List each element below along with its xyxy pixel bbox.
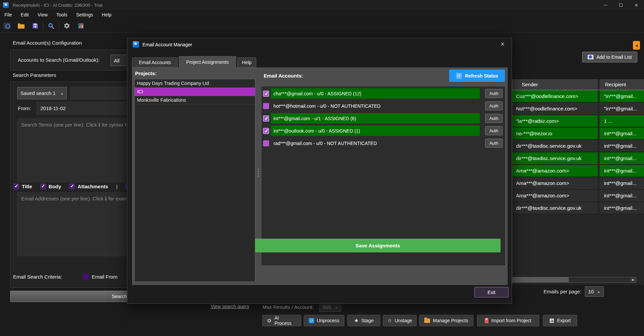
auth-button[interactable]: Auth bbox=[485, 114, 503, 123]
menu-file[interactable]: File bbox=[0, 11, 16, 19]
toolbar-app-button[interactable] bbox=[0, 20, 14, 31]
table-row[interactable]: dir***@taxdisc.service.gov.ukint***@gmai… bbox=[512, 152, 644, 165]
menu-help[interactable]: Help bbox=[97, 11, 116, 19]
from-date-input[interactable]: 2018-11-02 bbox=[37, 102, 137, 114]
column-header-recipient[interactable]: Recipient bbox=[600, 79, 644, 90]
account-checkbox-checked[interactable] bbox=[263, 115, 269, 122]
emails-per-page-label: Emails per page: bbox=[544, 289, 582, 294]
export-button[interactable]: Export bbox=[543, 315, 577, 326]
toolbar-settings-button[interactable] bbox=[60, 20, 74, 31]
cell-recipient: int***@gmail... bbox=[600, 152, 644, 164]
unprocess-button[interactable]: Unprocess bbox=[304, 315, 344, 326]
project-item[interactable]: Happy Days Trading Company Ltd bbox=[135, 79, 255, 88]
import-from-project-button[interactable]: Import from Project bbox=[477, 315, 539, 326]
menu-edit[interactable]: Edit bbox=[16, 11, 33, 19]
maximize-button[interactable] bbox=[613, 0, 629, 10]
table-horizontal-scrollbar[interactable]: ▶ bbox=[512, 277, 636, 283]
exit-button[interactable]: Exit bbox=[474, 287, 509, 297]
table-row[interactable]: Cus***@oodlefinance.com>"in***@gmail... bbox=[512, 90, 644, 103]
max-results-value: 500 bbox=[323, 304, 331, 310]
maximize-icon bbox=[619, 3, 622, 7]
open-folder-icon bbox=[17, 22, 25, 29]
table-row[interactable]: dir***@taxdisc.service.gov.ukint***@gmai… bbox=[512, 140, 644, 152]
auth-button[interactable]: Auth bbox=[485, 126, 503, 135]
refresh-status-button[interactable]: Refresh Status bbox=[449, 69, 505, 82]
title-checkbox[interactable] bbox=[13, 184, 19, 189]
email-accounts-label: Email Accounts: bbox=[264, 73, 303, 79]
app-logo-icon bbox=[3, 2, 9, 8]
account-row: int***@outlook.com - u/0 - ASSIGNED (1) … bbox=[261, 125, 505, 137]
add-to-email-list-button[interactable]: Add to Email List bbox=[582, 52, 637, 62]
emails-per-page-control: Emails per page: 10 bbox=[544, 286, 604, 297]
cell-recipient: "in***@gmail... bbox=[600, 90, 644, 102]
table-row[interactable]: Ama***@amazon.com>int***@gmail... bbox=[512, 177, 644, 190]
body-checkbox[interactable] bbox=[40, 184, 46, 189]
save-assignments-button[interactable]: Save Assignments bbox=[255, 239, 501, 252]
project-item-selected[interactable]: ICI bbox=[135, 88, 255, 96]
toolbar-separator bbox=[43, 21, 43, 30]
ai-process-button[interactable]: AI Process bbox=[262, 315, 301, 326]
table-row[interactable]: Ama***@amazon.com>int***@gmail... bbox=[512, 190, 644, 202]
cell-sender: Ama***@amazon.com> bbox=[512, 190, 600, 201]
tab-email-accounts[interactable]: Email Accounts bbox=[132, 57, 178, 67]
menu-tools[interactable]: Tools bbox=[52, 11, 72, 19]
scrollbar-right-arrow[interactable]: ▶ bbox=[630, 277, 636, 282]
account-checkbox-checked[interactable] bbox=[263, 128, 269, 134]
close-button[interactable]: × bbox=[629, 0, 644, 10]
email-addresses-placeholder: Email Addresses (one per line). Click ℹ … bbox=[21, 196, 128, 201]
table-row[interactable]: Not***@oodlefinance.com>"in***@gmail... bbox=[512, 103, 644, 115]
saved-search-dropdown[interactable]: Saved search 1 bbox=[17, 87, 67, 99]
title-checkbox-label: Title bbox=[22, 184, 32, 189]
auth-button[interactable]: Auth bbox=[485, 89, 503, 98]
email-account-manager-dialog: Email Account Manager × Email Accounts P… bbox=[127, 38, 512, 304]
menu-settings[interactable]: Settings bbox=[72, 11, 97, 19]
table-row[interactable]: dir***@taxdisc.service.gov.ukint***@gmai… bbox=[512, 202, 644, 214]
minimize-icon bbox=[604, 5, 607, 5]
view-search-query-link[interactable]: View search query bbox=[211, 304, 249, 309]
dialog-title: Email Account Manager bbox=[142, 42, 192, 47]
account-checkbox-checked[interactable] bbox=[263, 91, 269, 97]
manage-projects-label: Manage Projects bbox=[433, 318, 468, 323]
cell-recipient: "in***@gmail... bbox=[600, 103, 644, 114]
column-header-sender[interactable]: Sender bbox=[512, 79, 600, 90]
projects-label: Projects: bbox=[135, 70, 157, 76]
chevron-down-icon bbox=[60, 90, 63, 96]
menu-view[interactable]: View bbox=[33, 11, 52, 19]
tab-project-assignments[interactable]: Project Assignments bbox=[179, 56, 236, 68]
email-from-label: Email From bbox=[92, 274, 118, 280]
table-row[interactable]: Ama***@amazon.com>int***@gmail... bbox=[512, 165, 644, 177]
auth-button[interactable]: Auth bbox=[485, 139, 503, 148]
cell-recipient: int***@gmail... bbox=[600, 165, 644, 177]
dialog-close-button[interactable]: × bbox=[498, 40, 507, 48]
project-item[interactable]: Monksville Fabrications bbox=[135, 96, 255, 104]
exit-label: Exit bbox=[487, 290, 495, 295]
panel-collapse-handle[interactable]: ◀ bbox=[633, 41, 640, 50]
tab-help[interactable]: Help bbox=[237, 57, 256, 67]
toolbar-stats-button[interactable] bbox=[74, 20, 88, 31]
account-checkbox-unchecked[interactable] bbox=[263, 103, 269, 109]
scrollbar-thumb[interactable] bbox=[512, 277, 569, 282]
emails-per-page-dropdown[interactable]: 10 bbox=[585, 286, 604, 297]
manage-projects-button[interactable]: Manage Projects bbox=[419, 315, 473, 326]
search-icon bbox=[48, 22, 54, 29]
unstage-button[interactable]: Unstage bbox=[383, 315, 417, 326]
account-row: rad***@gmail.com - u/0 - NOT AUTHENTICAT… bbox=[261, 137, 505, 149]
close-icon: × bbox=[635, 2, 638, 8]
toolbar-save-button[interactable] bbox=[28, 20, 42, 31]
table-row[interactable]: no-***@trezor.ioint***@gmail... bbox=[512, 128, 644, 140]
account-status-bar: cha***@gmail.com - u/0 - ASSIGNED (12) bbox=[271, 88, 480, 99]
toolbar-search-button[interactable] bbox=[44, 20, 58, 31]
toolbar-open-button[interactable] bbox=[14, 20, 28, 31]
stage-label: Stage bbox=[361, 318, 374, 323]
email-from-checkbox[interactable] bbox=[83, 274, 89, 280]
refresh-icon bbox=[456, 73, 462, 79]
app-window: ReceiptHubAI - ICI - AI Credits: 236/300… bbox=[0, 0, 644, 336]
cell-sender: dir***@taxdisc.service.gov.uk bbox=[512, 152, 600, 164]
splitter-handle[interactable] bbox=[257, 169, 259, 177]
minimize-button[interactable] bbox=[598, 0, 613, 10]
account-checkbox-unchecked[interactable] bbox=[263, 140, 269, 146]
auth-button[interactable]: Auth bbox=[485, 101, 503, 110]
table-row[interactable]: "la***@ratbiz.com>1 ... bbox=[512, 115, 644, 128]
stage-button[interactable]: Stage bbox=[347, 315, 380, 326]
attachments-checkbox[interactable] bbox=[69, 184, 75, 189]
